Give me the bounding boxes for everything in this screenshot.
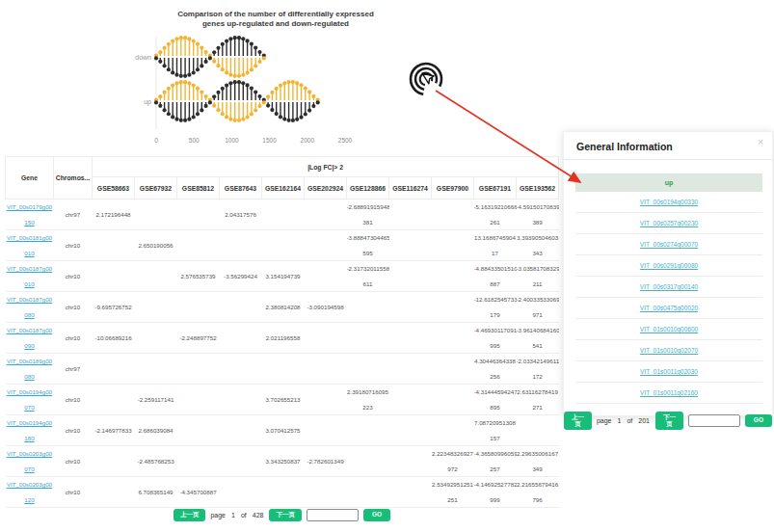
cell-gene: VIT_00s0203g00 120 [6, 477, 54, 508]
gene-link[interactable]: VIT_01s0010g02070 [640, 347, 698, 354]
cell-logfc [305, 415, 347, 446]
cell-logfc: 4.30446364338 256 [474, 354, 517, 385]
column-header-gene: Gene [6, 157, 54, 200]
gene-link[interactable]: VIT_00s0179g00 150 [7, 200, 52, 228]
table-row: VIT_00s0194g00 180 chr10 -2.146977833 2.… [6, 415, 559, 446]
cell-logfc [262, 200, 305, 230]
list-item: VIT_00s0317g00140 [575, 277, 762, 298]
cell-logfc [177, 354, 220, 385]
gene-link[interactable]: VIT_00s0181g00 010 [7, 230, 52, 259]
of-word: of [627, 417, 632, 424]
svg-text:up: up [144, 98, 151, 106]
cell-logfc [220, 292, 262, 323]
cell-logfc [389, 230, 432, 261]
cell-logfc [432, 292, 474, 323]
cell-chromosome: chr10 [54, 385, 93, 415]
cell-logfc: -3.03581708329 211 [517, 261, 559, 292]
cell-logfc [177, 446, 220, 477]
cell-logfc: 2.39180716095 223 [347, 385, 389, 415]
cell-logfc [93, 446, 135, 477]
cell-logfc: 2.576535739 [177, 261, 220, 292]
table-row: VIT_00s0194g00 070 chr10 -2.259117141 3.… [6, 385, 559, 415]
gene-link[interactable]: VIT_00s0317g00140 [640, 283, 698, 290]
table-row: VIT_00s0187g00 010 chr10 2.576535739 -3.… [6, 261, 559, 292]
cell-chromosome: chr10 [54, 323, 93, 354]
cell-logfc: -2.485768253 [135, 446, 177, 477]
table-row: VIT_00s0179g00 150 chr97 2.172196448 2.0… [6, 200, 559, 230]
cell-logfc [305, 261, 347, 292]
svg-text:0: 0 [154, 137, 158, 144]
cell-chromosome: chr10 [54, 477, 93, 508]
gene-link[interactable]: VIT_00s0274g00070 [640, 241, 698, 248]
cell-gene: VIT_00s0194g00 070 [6, 385, 54, 415]
cell-logfc [347, 292, 389, 323]
deg-chart[interactable]: Comparison of the number of differential… [123, 2, 422, 148]
gene-link[interactable]: VIT_00s0189g00 080 [7, 354, 52, 383]
gene-link[interactable]: VIT_01s0010g00600 [640, 326, 698, 332]
list-item: VIT_01s0011g02160 [575, 383, 762, 404]
page-input[interactable] [688, 414, 740, 427]
table-row: VIT_00s0203g00 070 chr10 -2.485768253 3.… [6, 446, 559, 477]
cell-gene: VIT_00s0181g00 010 [6, 230, 54, 261]
gene-link[interactable]: VIT_00s0203g00 070 [7, 446, 52, 475]
total-pages: 428 [253, 512, 264, 519]
gene-link[interactable]: VIT_00s0291g00080 [640, 262, 698, 269]
of-word: of [241, 512, 247, 519]
click-target-icon[interactable] [405, 60, 449, 104]
cell-logfc [389, 415, 432, 446]
cell-logfc [135, 323, 177, 354]
cell-logfc [389, 261, 432, 292]
cell-logfc [177, 230, 220, 261]
cell-logfc [177, 292, 220, 323]
gene-link[interactable]: VIT_00s0187g00 090 [7, 323, 52, 352]
cell-logfc [389, 292, 432, 323]
gene-link[interactable]: VIT_00s0475g00020 [640, 305, 698, 311]
cell-logfc [432, 200, 474, 230]
next-page-button[interactable]: 下一页 [269, 509, 302, 521]
cell-logfc: -2.248897752 [177, 323, 220, 354]
cell-logfc: 2.21655679416 796 [517, 477, 559, 508]
gene-link[interactable]: VIT_00s0194g00 180 [7, 415, 52, 444]
cell-logfc [135, 354, 177, 385]
next-page-button[interactable]: 下一页 [655, 412, 683, 430]
cell-gene: VIT_00s0187g00 010 [6, 261, 54, 292]
prev-page-button[interactable]: 上一页 [564, 412, 592, 430]
cell-logfc [177, 200, 220, 230]
cell-logfc [389, 200, 432, 230]
column-header-gse: GSE202924 [305, 177, 347, 200]
prev-page-button[interactable]: 上一页 [173, 509, 206, 521]
gene-link[interactable]: VIT_00s0194g00330 [640, 199, 698, 205]
gene-link[interactable]: VIT_00s0187g00 080 [7, 292, 52, 321]
cell-logfc: -2.03342149611 172 [517, 354, 559, 385]
gene-link[interactable]: VIT_00s0194g00 070 [7, 385, 52, 413]
gene-link[interactable]: VIT_01s0011g02030 [640, 368, 698, 375]
list-item: VIT_01s0010g02070 [575, 340, 762, 361]
list-item: VIT_00s0274g00070 [575, 234, 762, 255]
cell-logfc [347, 446, 389, 477]
cell-logfc: -2.31732011558 611 [347, 261, 389, 292]
cell-logfc: -2.68891915948 381 [347, 200, 389, 230]
cell-logfc [305, 200, 347, 230]
gene-link[interactable]: VIT_00s0203g00 120 [7, 477, 52, 506]
column-header-gse: GSE97900 [432, 177, 474, 200]
cell-chromosome: chr10 [54, 446, 93, 477]
go-button[interactable]: GO [363, 509, 390, 521]
cell-logfc: 2.686039084 [135, 415, 177, 446]
column-header-gse: GSE162164 [262, 177, 305, 200]
column-header-gse: GSE128866 [347, 177, 389, 200]
cell-logfc: 6.708365149 [135, 477, 177, 508]
cell-logfc: -4.59150170839 389 [517, 200, 559, 230]
gene-link[interactable]: VIT_01s0011g02160 [640, 389, 698, 396]
cell-logfc: 7.08720951308 157 [474, 415, 517, 446]
go-button[interactable]: GO [745, 414, 772, 427]
gene-link[interactable]: VIT_00s0187g00 010 [7, 261, 52, 290]
page-input[interactable] [307, 509, 359, 521]
gene-link[interactable]: VIT_00s0257g00230 [640, 220, 698, 226]
cell-logfc [389, 385, 432, 415]
table-row: VIT_00s0189g00 080 chr97 4.30446364338 2… [6, 354, 559, 385]
svg-text:2500: 2500 [338, 137, 353, 144]
table-row: VIT_00s0203g00 120 chr10 6.708365149 -4.… [6, 477, 559, 508]
close-icon[interactable]: × [758, 137, 763, 147]
cell-logfc [432, 323, 474, 354]
list-item: VIT_00s0475g00020 [575, 298, 762, 319]
